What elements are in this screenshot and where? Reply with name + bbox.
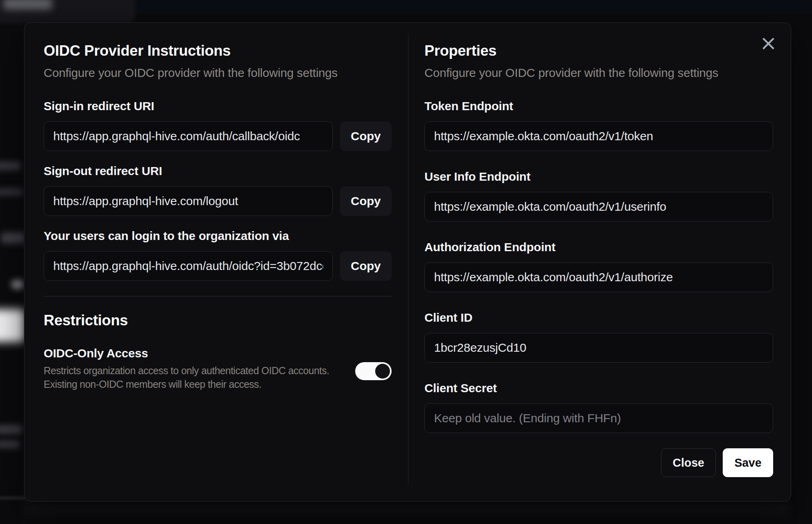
save-button[interactable]: Save — [723, 448, 773, 477]
background-band — [0, 0, 812, 13]
background-blur-card — [0, 0, 135, 23]
background-blur-logo — [3, 0, 52, 10]
client-id-label: Client ID — [424, 310, 773, 325]
client-secret-row — [424, 403, 773, 433]
background-blur-text — [1, 232, 26, 244]
client-secret-label: Client Secret — [424, 381, 773, 395]
properties-subtitle: Configure your OIDC provider with the fo… — [424, 65, 773, 81]
background-blur-text — [0, 425, 22, 434]
client-secret-input[interactable] — [424, 403, 773, 433]
copy-login-url-button[interactable]: Copy — [340, 251, 392, 281]
client-id-row — [424, 333, 773, 363]
copy-sign-in-redirect-uri-button[interactable]: Copy — [340, 121, 392, 151]
properties-title: Properties — [424, 41, 773, 60]
sign-out-redirect-uri-input[interactable] — [44, 186, 333, 216]
oidc-only-access-text: OIDC-Only Access Restricts organization … — [44, 346, 355, 391]
user-info-endpoint-label: User Info Endpoint — [424, 169, 773, 184]
token-endpoint-row — [424, 121, 773, 151]
token-endpoint-label: Token Endpoint — [424, 99, 773, 113]
oidc-only-access-description-line2: Existing non-OIDC members will keep thei… — [44, 377, 355, 391]
user-info-endpoint-row — [424, 192, 773, 222]
sign-out-redirect-uri-label: Sign-out redirect URI — [44, 164, 392, 178]
client-id-input[interactable] — [424, 333, 773, 363]
section-divider — [44, 296, 392, 296]
dialog-actions: Close Save — [424, 448, 773, 477]
instructions-subtitle: Configure your OIDC provider with the fo… — [44, 65, 392, 81]
copy-sign-out-redirect-uri-button[interactable]: Copy — [340, 186, 392, 216]
background-blur-white-bar — [0, 309, 25, 342]
background-blur-text — [0, 161, 21, 171]
oidc-only-access-label: OIDC-Only Access — [44, 346, 355, 361]
background-blur-line — [0, 497, 27, 499]
instructions-column: OIDC Provider Instructions Configure you… — [44, 23, 392, 501]
oidc-only-access-toggle[interactable] — [355, 362, 392, 380]
user-info-endpoint-input[interactable] — [424, 192, 773, 222]
oidc-settings-dialog: × OIDC Provider Instructions Configure y… — [24, 22, 791, 502]
oidc-only-access-row: OIDC-Only Access Restricts organization … — [44, 346, 392, 391]
restrictions-title: Restrictions — [44, 311, 392, 330]
sign-in-redirect-uri-input[interactable] — [44, 121, 333, 151]
sign-in-redirect-uri-label: Sign-in redirect URI — [44, 99, 392, 113]
authorization-endpoint-label: Authorization Endpoint — [424, 240, 773, 254]
login-url-row: Copy — [44, 251, 392, 281]
sign-out-redirect-uri-row: Copy — [44, 186, 392, 216]
column-divider — [408, 34, 408, 484]
background-band — [0, 0, 812, 13]
authorization-endpoint-row — [424, 262, 773, 292]
token-endpoint-input[interactable] — [424, 121, 773, 151]
login-url-label: Your users can login to the organization… — [44, 229, 392, 243]
background-glow — [22, 503, 790, 521]
sign-in-redirect-uri-row: Copy — [44, 121, 392, 151]
background-blur-dot — [11, 280, 24, 289]
toggle-knob — [375, 364, 390, 379]
properties-column: Properties Configure your OIDC provider … — [424, 23, 773, 501]
oidc-only-access-description-line1: Restricts organization access to only au… — [44, 364, 355, 377]
login-url-input[interactable] — [44, 251, 333, 281]
close-button[interactable]: Close — [661, 448, 716, 477]
background-blur-text — [0, 187, 23, 196]
background-blur-text — [0, 440, 20, 449]
instructions-title: OIDC Provider Instructions — [44, 41, 392, 60]
authorization-endpoint-input[interactable] — [424, 262, 773, 292]
